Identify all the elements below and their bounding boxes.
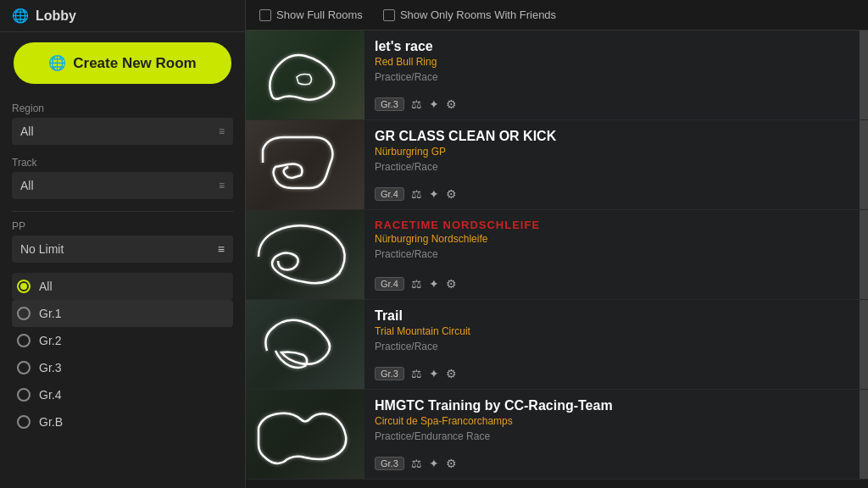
balance-icon: ⚖ <box>411 277 422 291</box>
radio-grb[interactable]: Gr.B <box>12 408 233 435</box>
balance-icon: ⚖ <box>411 97 422 111</box>
settings-icon: ⚙ <box>446 277 457 291</box>
room-thumbnail <box>246 120 364 209</box>
class-badge: Gr.3 <box>375 457 404 470</box>
main-content: Show Full Rooms Show Only Rooms With Fri… <box>246 0 868 488</box>
menu-lines-icon: ≡ <box>219 125 225 137</box>
divider <box>12 211 233 212</box>
track-map-redbull <box>246 30 364 119</box>
radio-circle-gr4 <box>17 388 31 402</box>
steering-icon: ✦ <box>429 97 439 111</box>
room-info: HMGTC Training by CC-Racing-Team Circuit… <box>364 390 860 479</box>
room-toggle <box>860 300 868 389</box>
radio-circle-all <box>17 280 31 293</box>
room-track: Nürburgring Nordschleife <box>375 233 849 245</box>
track-value: All <box>20 179 34 192</box>
radio-circle-gr2 <box>17 334 31 347</box>
room-meta: Gr.3 ⚖ ✦ ⚙ <box>375 97 849 111</box>
sidebar: 🌐 Lobby 🌐 Create New Room Region All ≡ T… <box>0 0 246 488</box>
radio-gr3[interactable]: Gr.3 <box>12 354 233 381</box>
room-item[interactable]: GR CLASS CLEAN OR KICK Nürburgring GP Pr… <box>246 120 868 210</box>
room-name: let's race <box>375 39 849 54</box>
room-name: RACETIME NORDSCHLEIFE <box>375 219 849 231</box>
room-meta: Gr.3 ⚖ ✦ ⚙ <box>375 367 849 380</box>
balance-icon: ⚖ <box>411 367 422 380</box>
room-mode: Practice/Endurance Race <box>375 430 849 442</box>
checkbox-friends-rooms[interactable] <box>383 9 395 21</box>
radio-all[interactable]: All <box>12 273 233 300</box>
sidebar-header: 🌐 Lobby <box>0 0 245 32</box>
track-map-nurburgring <box>246 120 364 209</box>
room-item[interactable]: HMGTC Training by CC-Racing-Team Circuit… <box>246 390 868 480</box>
class-filter-list: All Gr.1 Gr.2 Gr.3 Gr.4 Gr.B <box>0 273 245 435</box>
room-mode: Practice/Race <box>375 161 849 173</box>
radio-gr4[interactable]: Gr.4 <box>12 381 233 408</box>
region-select[interactable]: All ≡ <box>12 118 233 145</box>
pp-select[interactable]: No Limit ≡ <box>12 236 233 263</box>
pp-label: PP <box>0 220 245 232</box>
radio-circle-gr1 <box>17 307 31 320</box>
track-map-trial <box>246 300 364 389</box>
show-full-rooms-checkbox[interactable]: Show Full Rooms <box>259 8 363 21</box>
room-meta: Gr.4 ⚖ ✦ ⚙ <box>375 187 849 201</box>
room-thumbnail <box>246 390 364 479</box>
checkbox-full-rooms[interactable] <box>259 9 271 21</box>
class-badge: Gr.3 <box>375 367 404 380</box>
region-value: All <box>20 125 34 138</box>
menu-lines-icon-2: ≡ <box>219 180 225 191</box>
show-friends-rooms-checkbox[interactable]: Show Only Rooms With Friends <box>383 8 556 21</box>
room-name: HMGTC Training by CC-Racing-Team <box>375 398 849 413</box>
steering-icon: ✦ <box>429 187 439 201</box>
room-item[interactable]: Trail Trial Mountain Circuit Practice/Ra… <box>246 300 868 390</box>
pp-value: No Limit <box>20 242 64 256</box>
class-badge: Gr.4 <box>375 187 404 201</box>
room-info: GR CLASS CLEAN OR KICK Nürburgring GP Pr… <box>364 120 860 209</box>
room-mode: Practice/Race <box>375 341 849 352</box>
room-name: Trail <box>375 308 849 324</box>
radio-label-gr1: Gr.1 <box>39 307 61 320</box>
room-track: Red Bull Ring <box>375 56 849 68</box>
room-mode: Practice/Race <box>375 248 849 260</box>
room-item[interactable]: RACETIME NORDSCHLEIFE Nürburgring Nordsc… <box>246 210 868 300</box>
room-item[interactable]: let's race Red Bull Ring Practice/Race G… <box>246 30 868 120</box>
rooms-list: let's race Red Bull Ring Practice/Race G… <box>246 30 868 488</box>
balance-icon: ⚖ <box>411 187 422 201</box>
radio-label-all: All <box>39 280 53 293</box>
settings-icon: ⚙ <box>446 367 457 380</box>
steering-icon: ✦ <box>429 277 439 291</box>
room-thumbnail <box>246 300 364 389</box>
create-room-label: Create New Room <box>73 55 196 72</box>
lobby-title: Lobby <box>36 8 76 24</box>
track-filter: Track All ≡ <box>0 148 245 202</box>
radio-circle-gr3 <box>17 361 31 374</box>
room-toggle <box>860 210 868 299</box>
settings-icon: ⚙ <box>446 457 457 470</box>
class-badge: Gr.3 <box>375 97 404 111</box>
track-select[interactable]: All ≡ <box>12 172 233 199</box>
track-label: Track <box>12 157 233 169</box>
track-map-spa <box>246 390 364 479</box>
room-track: Trial Mountain Circuit <box>375 325 849 337</box>
globe-icon: 🌐 <box>12 8 29 24</box>
region-label: Region <box>12 103 233 114</box>
room-track: Nürburgring GP <box>375 146 849 158</box>
create-room-button[interactable]: 🌐 Create New Room <box>14 42 231 84</box>
radio-label-grb: Gr.B <box>39 415 63 429</box>
radio-label-gr2: Gr.2 <box>39 334 61 347</box>
room-thumbnail <box>246 30 364 119</box>
show-full-rooms-label: Show Full Rooms <box>276 8 363 21</box>
room-meta: Gr.3 ⚖ ✦ ⚙ <box>375 457 849 470</box>
radio-gr2[interactable]: Gr.2 <box>12 327 233 354</box>
steering-icon: ✦ <box>429 367 439 380</box>
region-filter: Region All ≡ <box>0 94 245 148</box>
room-mode: Practice/Race <box>375 71 849 83</box>
room-info: Trail Trial Mountain Circuit Practice/Ra… <box>364 300 860 389</box>
settings-icon: ⚙ <box>446 97 457 111</box>
settings-icon: ⚙ <box>446 187 457 201</box>
room-track: Circuit de Spa-Francorchamps <box>375 415 849 427</box>
room-toggle <box>860 120 868 209</box>
radio-label-gr3: Gr.3 <box>39 361 61 374</box>
radio-circle-grb <box>17 415 31 429</box>
class-badge: Gr.4 <box>375 277 404 291</box>
radio-gr1[interactable]: Gr.1 <box>12 300 233 327</box>
